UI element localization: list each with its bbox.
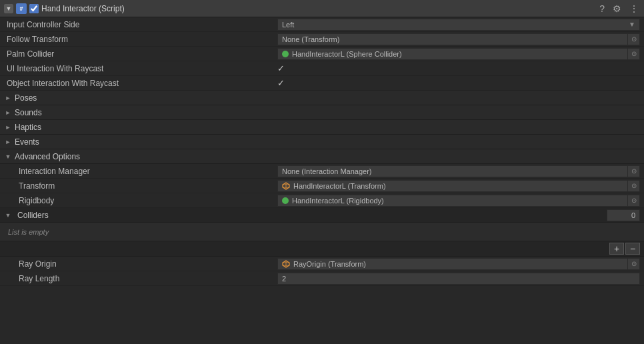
- title-bar-right: ? ⚙ ⋮: [598, 3, 640, 14]
- script-icon: #: [16, 3, 27, 14]
- ray-origin-value: RayOrigin (Transform) ⊙: [277, 258, 640, 270]
- rigidbody-value: HandInteractorL (Rigidbody) ⊙: [277, 195, 640, 207]
- target-icon: ⊙: [631, 260, 637, 267]
- palm-collider-target-btn[interactable]: ⊙: [628, 48, 640, 60]
- target-icon: ⊙: [631, 167, 637, 175]
- content-area: Input Controller Side Left ▼ Follow Tran…: [0, 17, 644, 344]
- transform-input[interactable]: HandInteractorL (Transform): [277, 180, 628, 192]
- transform-text: HandInteractorL (Transform): [293, 182, 386, 190]
- transform-row: Transform HandInteractorL (Transform): [0, 179, 644, 193]
- input-controller-dropdown[interactable]: Left ▼: [277, 19, 640, 31]
- ray-length-input[interactable]: 2: [277, 273, 640, 285]
- target-icon: ⊙: [631, 35, 637, 43]
- menu-button[interactable]: ⋮: [628, 3, 640, 14]
- palm-collider-text: HandInteractorL (Sphere Collider): [292, 50, 402, 58]
- colliders-triangle-icon: [4, 211, 12, 219]
- object-interaction-checkbox-cell: ✓: [277, 78, 285, 88]
- colliders-count: 0: [607, 209, 640, 221]
- colliders-section-row[interactable]: Colliders 0: [0, 208, 644, 223]
- haptics-triangle-icon: [4, 123, 12, 131]
- rigidbody-row: Rigidbody HandInteractorL (Rigidbody) ⊙: [0, 193, 644, 208]
- transform-target-btn[interactable]: ⊙: [628, 180, 640, 192]
- title-bar-left: ▼ # Hand Interactor (Script): [4, 3, 595, 14]
- ray-origin-field: RayOrigin (Transform) ⊙: [277, 258, 640, 270]
- transform-icon: [282, 182, 290, 190]
- colliders-label: Colliders: [15, 211, 49, 220]
- rigidbody-input[interactable]: HandInteractorL (Rigidbody): [277, 195, 628, 207]
- follow-transform-input[interactable]: None (Transform): [277, 33, 628, 45]
- rigidbody-field: HandInteractorL (Rigidbody) ⊙: [277, 195, 640, 207]
- rigidbody-target-btn[interactable]: ⊙: [628, 195, 640, 207]
- interaction-manager-text: None (Interaction Manager): [282, 167, 372, 175]
- interaction-manager-field: None (Interaction Manager) ⊙: [277, 165, 640, 177]
- object-interaction-row: Object Interaction With Raycast ✓: [0, 76, 644, 91]
- palm-collider-field: HandInteractorL (Sphere Collider) ⊙: [277, 48, 640, 60]
- interaction-manager-row: Interaction Manager None (Interaction Ma…: [0, 164, 644, 179]
- events-section[interactable]: Events: [0, 135, 644, 149]
- poses-section-label: Poses: [15, 93, 37, 103]
- object-interaction-label: Object Interaction With Raycast: [4, 79, 277, 88]
- sounds-section[interactable]: Sounds: [0, 105, 644, 120]
- settings-button[interactable]: ⚙: [611, 3, 623, 14]
- advanced-options-section[interactable]: Advanced Options: [0, 149, 644, 164]
- green-dot-icon: [282, 51, 289, 57]
- ray-origin-text: RayOrigin (Transform): [293, 260, 366, 268]
- title-bar: ▼ # Hand Interactor (Script) ? ⚙ ⋮: [0, 0, 644, 17]
- list-empty-row: List is empty: [0, 223, 644, 241]
- transform-field: HandInteractorL (Transform) ⊙: [277, 180, 640, 192]
- events-triangle-icon: [4, 138, 12, 146]
- follow-transform-value: None (Transform) ⊙: [277, 33, 640, 45]
- chevron-down-icon: ▼: [629, 21, 635, 28]
- ray-origin-input[interactable]: RayOrigin (Transform): [277, 258, 628, 270]
- target-icon: ⊙: [631, 182, 637, 189]
- ui-interaction-value: ✓: [277, 63, 640, 73]
- ray-length-value: 2: [277, 273, 640, 285]
- ray-origin-target-btn[interactable]: ⊙: [628, 258, 640, 270]
- poses-section[interactable]: Poses: [0, 91, 644, 105]
- component-title: Hand Interactor (Script): [41, 4, 125, 13]
- checkmark-icon[interactable]: ✓: [277, 63, 285, 73]
- collapse-icon[interactable]: ▼: [4, 4, 13, 13]
- rigidbody-dot-icon: [282, 197, 289, 204]
- rigidbody-label: Rigidbody: [4, 196, 277, 205]
- palm-collider-row: Palm Collider HandInteractorL (Sphere Co…: [0, 47, 644, 61]
- follow-transform-field: None (Transform) ⊙: [277, 33, 640, 45]
- help-button[interactable]: ?: [598, 3, 606, 14]
- follow-transform-text: None (Transform): [282, 35, 339, 43]
- ray-origin-transform-icon: [282, 260, 290, 268]
- poses-triangle-icon: [4, 94, 12, 102]
- ray-length-label: Ray Length: [4, 274, 277, 283]
- interaction-manager-target-btn[interactable]: ⊙: [628, 165, 640, 177]
- interaction-manager-input[interactable]: None (Interaction Manager): [277, 165, 628, 177]
- advanced-options-triangle-icon: [4, 153, 12, 161]
- haptics-section[interactable]: Haptics: [0, 120, 644, 135]
- ray-length-text: 2: [282, 275, 286, 283]
- add-remove-row: + −: [0, 241, 644, 257]
- remove-collider-button[interactable]: −: [625, 243, 640, 255]
- ray-origin-label: Ray Origin: [4, 259, 277, 269]
- object-interaction-value: ✓: [277, 78, 640, 88]
- ui-interaction-checkbox-cell: ✓: [277, 63, 285, 73]
- checkmark-icon[interactable]: ✓: [277, 78, 285, 88]
- follow-transform-target-btn[interactable]: ⊙: [628, 33, 640, 45]
- haptics-section-label: Haptics: [15, 123, 41, 132]
- follow-transform-row: Follow Transform None (Transform) ⊙: [0, 32, 644, 47]
- transform-value: HandInteractorL (Transform) ⊙: [277, 180, 640, 192]
- palm-collider-value: HandInteractorL (Sphere Collider) ⊙: [277, 48, 640, 60]
- interaction-manager-label: Interaction Manager: [4, 167, 277, 176]
- enabled-checkbox[interactable]: [29, 4, 39, 13]
- interaction-manager-value: None (Interaction Manager) ⊙: [277, 165, 640, 177]
- palm-collider-label: Palm Collider: [4, 49, 277, 59]
- sounds-section-label: Sounds: [15, 108, 42, 117]
- dropdown-box[interactable]: Left ▼: [277, 19, 640, 31]
- palm-collider-input[interactable]: HandInteractorL (Sphere Collider): [277, 48, 628, 60]
- inspector-panel: ▼ # Hand Interactor (Script) ? ⚙ ⋮ Input…: [0, 0, 644, 344]
- ui-interaction-label: UI Interaction With Raycast: [4, 64, 277, 73]
- sounds-triangle-icon: [4, 109, 12, 117]
- list-empty-text: List is empty: [8, 228, 49, 236]
- rigidbody-text: HandInteractorL (Rigidbody): [292, 197, 384, 205]
- transform-label: Transform: [4, 181, 277, 191]
- ray-length-row: Ray Length 2: [0, 271, 644, 286]
- add-collider-button[interactable]: +: [609, 243, 624, 255]
- input-controller-side-label: Input Controller Side: [4, 20, 277, 29]
